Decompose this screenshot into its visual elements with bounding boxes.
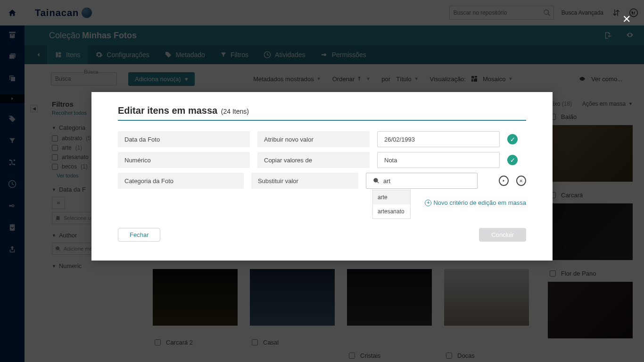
criteria-value: 26/02/1993 (384, 136, 415, 143)
criteria-action-select[interactable]: Copiar valores de (257, 152, 370, 168)
criteria-value-input[interactable]: 26/02/1993 (377, 131, 500, 147)
criteria-apply-button[interactable] (499, 176, 509, 186)
criteria-meta-select[interactable]: Categoria da Foto (118, 173, 244, 189)
criteria-value: Nota (384, 157, 397, 164)
modal-title: Editar itens em massa (118, 105, 217, 116)
modal-close-icon[interactable]: ✕ (622, 13, 631, 25)
criteria-value-input[interactable]: Nota (377, 152, 500, 168)
criteria-action-select[interactable]: Atribuir novo valor (257, 131, 370, 147)
autocomplete-option[interactable]: artesanato (373, 204, 410, 219)
criteria-meta-label: Categoria da Foto (124, 177, 173, 185)
autocomplete-dropdown: arte artesanato (372, 190, 411, 219)
criteria-meta-label: Data da Foto (124, 136, 160, 143)
modal-close-button[interactable]: Fechar (118, 228, 160, 242)
criteria-confirmed-icon: ✓ (507, 155, 518, 165)
criteria-action-label: Copiar valores de (264, 157, 312, 164)
criteria-meta-label: Numérico (124, 157, 151, 164)
criteria-remove-button[interactable]: ✕ (516, 176, 526, 186)
criteria-action-label: Substituir valor (258, 177, 298, 185)
bulk-edit-modal: Editar itens em massa (24 Itens) Data da… (91, 92, 553, 261)
new-criteria-label: Novo critério de edição em massa (433, 199, 526, 206)
autocomplete-option[interactable]: arte (373, 190, 410, 204)
search-icon (373, 177, 380, 184)
criteria-confirmed-icon: ✓ (507, 134, 518, 144)
criteria-action-select[interactable]: Substituir valor (251, 173, 358, 189)
modal-subtitle: (24 Itens) (221, 108, 249, 115)
criteria-action-label: Atribuir novo valor (264, 136, 314, 143)
criteria-value: art (383, 177, 390, 185)
plus-circle-icon: + (425, 200, 431, 206)
criteria-meta-select[interactable]: Numérico (118, 152, 250, 168)
new-criteria-link[interactable]: + Novo critério de edição em massa (118, 199, 526, 206)
modal-confirm-button[interactable]: Concluir (479, 228, 526, 242)
criteria-meta-select[interactable]: Data da Foto (118, 131, 250, 147)
criteria-value-search[interactable]: art (366, 173, 478, 189)
